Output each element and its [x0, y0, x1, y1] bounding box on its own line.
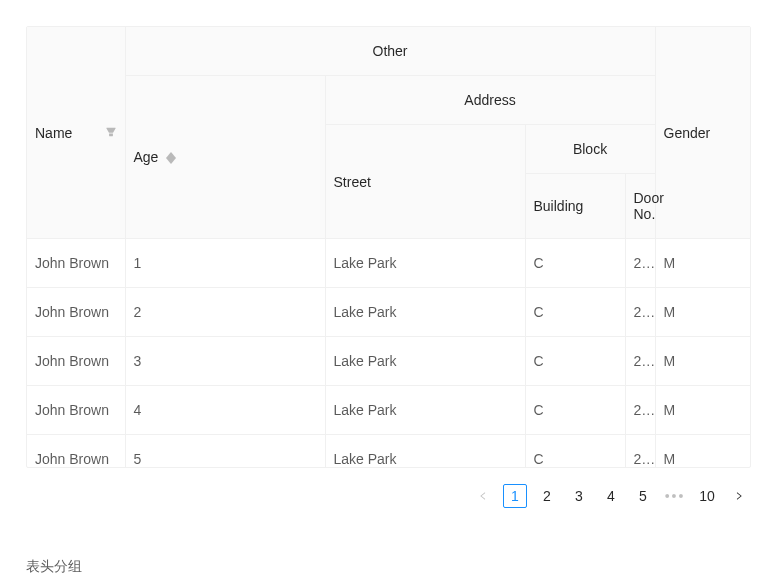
cell-gender: M [655, 288, 750, 337]
table-row: John Brown5Lake ParkC2035M [27, 435, 750, 468]
data-table: Name Other Gender Age [26, 26, 751, 468]
header-label-name: Name [35, 125, 72, 141]
column-header-name[interactable]: Name [27, 27, 125, 239]
cell-name: John Brown [27, 288, 125, 337]
pagination-page[interactable]: 4 [599, 484, 623, 508]
header-label-gender: Gender [664, 125, 711, 141]
footer-label: 表头分组 [26, 558, 751, 574]
cell-building: C [525, 288, 625, 337]
header-label-street: Street [334, 174, 371, 190]
pagination-next[interactable] [727, 484, 751, 508]
column-header-door: Door No. [625, 174, 655, 239]
header-label-address: Address [464, 92, 515, 108]
table-row: John Brown3Lake ParkC2035M [27, 337, 750, 386]
cell-building: C [525, 239, 625, 288]
pagination: 12345 ••• 10 [26, 468, 751, 508]
pagination-page-last[interactable]: 10 [695, 484, 719, 508]
cell-door: 2035 [625, 288, 655, 337]
column-header-age[interactable]: Age [125, 76, 325, 239]
cell-age: 4 [125, 386, 325, 435]
table-body-scroll[interactable]: John Brown1Lake ParkC2035MJohn Brown2Lak… [27, 239, 750, 467]
pagination-page[interactable]: 5 [631, 484, 655, 508]
cell-gender: M [655, 239, 750, 288]
cell-name: John Brown [27, 239, 125, 288]
pagination-page[interactable]: 3 [567, 484, 591, 508]
pagination-ellipsis[interactable]: ••• [663, 484, 687, 508]
cell-street: Lake Park [325, 435, 525, 468]
cell-gender: M [655, 386, 750, 435]
cell-building: C [525, 386, 625, 435]
cell-name: John Brown [27, 435, 125, 468]
table-body: John Brown1Lake ParkC2035MJohn Brown2Lak… [27, 239, 750, 467]
cell-gender: M [655, 337, 750, 386]
cell-name: John Brown [27, 337, 125, 386]
cell-door: 2035 [625, 337, 655, 386]
cell-door: 2035 [625, 239, 655, 288]
cell-street: Lake Park [325, 288, 525, 337]
pagination-page[interactable]: 1 [503, 484, 527, 508]
table-header: Name Other Gender Age [27, 27, 751, 239]
table-row: John Brown4Lake ParkC2035M [27, 386, 750, 435]
column-header-block: Block [525, 125, 655, 174]
column-header-street: Street [325, 125, 525, 239]
sort-icon[interactable] [166, 152, 176, 164]
table-row: John Brown2Lake ParkC2035M [27, 288, 750, 337]
cell-door: 2035 [625, 435, 655, 468]
cell-street: Lake Park [325, 386, 525, 435]
header-label-age: Age [134, 149, 159, 165]
column-header-other: Other [125, 27, 655, 76]
cell-age: 5 [125, 435, 325, 468]
table-row: John Brown1Lake ParkC2035M [27, 239, 750, 288]
cell-age: 1 [125, 239, 325, 288]
column-header-building: Building [525, 174, 625, 239]
cell-building: C [525, 435, 625, 468]
cell-age: 2 [125, 288, 325, 337]
header-label-building: Building [534, 198, 584, 214]
filter-icon[interactable] [105, 125, 117, 137]
cell-name: John Brown [27, 386, 125, 435]
header-label-other: Other [373, 43, 408, 59]
cell-street: Lake Park [325, 239, 525, 288]
cell-age: 3 [125, 337, 325, 386]
pagination-prev[interactable] [471, 484, 495, 508]
cell-door: 2035 [625, 386, 655, 435]
cell-gender: M [655, 435, 750, 468]
cell-street: Lake Park [325, 337, 525, 386]
pagination-page[interactable]: 2 [535, 484, 559, 508]
header-label-block: Block [573, 141, 607, 157]
cell-building: C [525, 337, 625, 386]
column-header-address: Address [325, 76, 655, 125]
column-header-gender: Gender [655, 27, 751, 239]
